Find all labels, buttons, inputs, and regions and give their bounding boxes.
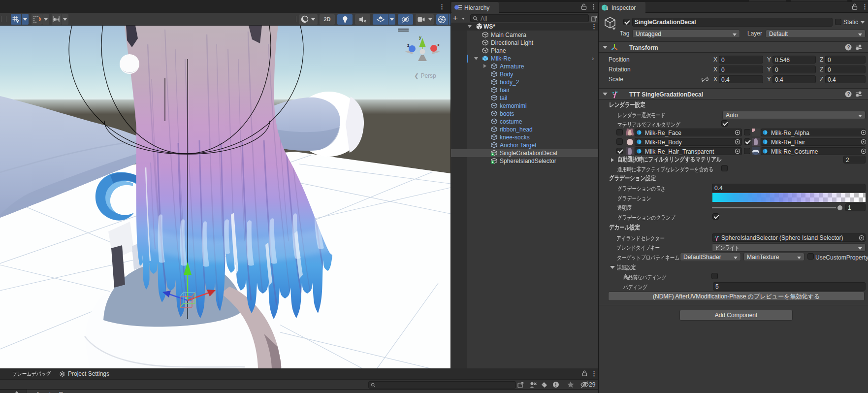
svg-text:Y: Y <box>16 19 19 24</box>
svg-text:❮ Persp: ❮ Persp <box>414 72 436 79</box>
svg-text:z: z <box>407 43 410 48</box>
svg-text:x: x <box>437 42 440 47</box>
svg-text:i: i <box>607 5 608 11</box>
svg-text:?: ? <box>847 92 850 97</box>
svg-text:?: ? <box>847 45 850 50</box>
svg-text:y: y <box>419 35 421 40</box>
